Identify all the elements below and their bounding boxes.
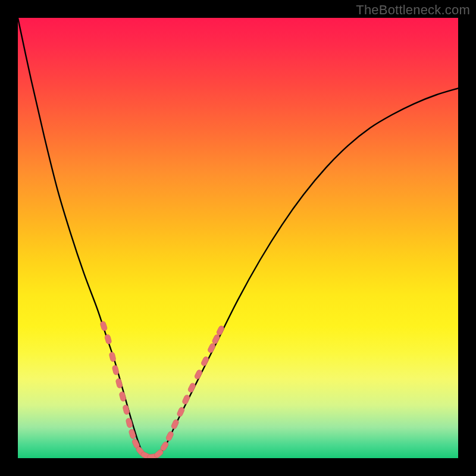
curve-marker [119, 392, 127, 402]
curve-marker [216, 325, 225, 336]
curve-marker [187, 382, 196, 393]
curve-marker [115, 378, 123, 389]
plot-area [18, 18, 458, 458]
curve-marker [165, 431, 174, 441]
curve-marker [194, 369, 203, 380]
curve-marker [181, 394, 190, 405]
watermark-text: TheBottleneck.com [356, 2, 470, 18]
curve-marker [207, 343, 216, 353]
curve-layer [18, 18, 458, 458]
curve-marker [104, 334, 112, 345]
bottleneck-curve [18, 18, 458, 458]
curve-marker [112, 365, 120, 375]
curve-marker [123, 405, 130, 415]
curve-marker [109, 352, 117, 362]
curve-marker [201, 356, 209, 367]
curve-marker [100, 321, 108, 331]
curve-marker [211, 334, 220, 345]
curve-markers [100, 321, 226, 458]
chart-frame: TheBottleneck.com [0, 0, 476, 476]
